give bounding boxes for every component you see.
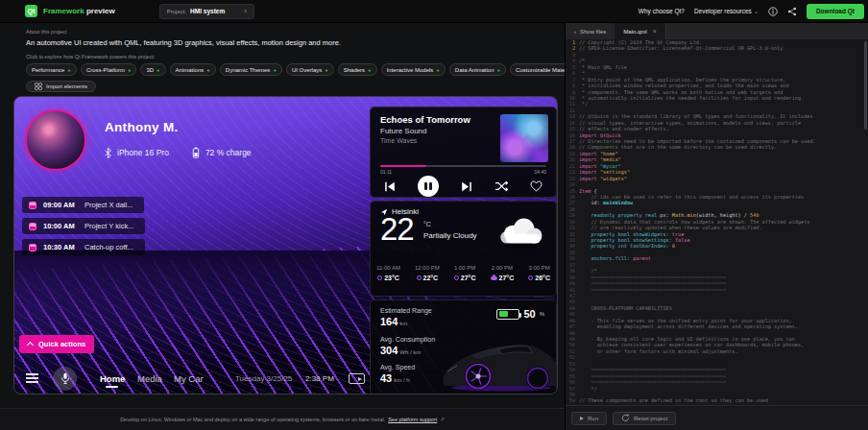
import-elements-button[interactable]: Import elements	[26, 81, 96, 92]
quick-actions-button[interactable]: Quick actions	[19, 335, 94, 353]
profile-name: Anthony M.	[105, 120, 179, 134]
calendar-item[interactable]: 09:00 AMProject X dail...	[22, 197, 144, 213]
project-name: HMI system	[190, 8, 225, 14]
nav-item-home[interactable]: Home	[100, 373, 125, 384]
footer-text: Develop on Linux, Windows or Mac and dep…	[120, 417, 385, 422]
calendar-icon	[29, 244, 36, 251]
tag-animations[interactable]: Animations+	[170, 63, 216, 76]
calendar-item[interactable]: 10:00 AMProject Y kick...	[22, 218, 145, 234]
display-cast-icon[interactable]	[349, 373, 365, 384]
track-artist: Future Sound	[380, 127, 426, 135]
sun-icon	[417, 275, 422, 280]
sun-icon	[377, 275, 382, 280]
developer-resources-link[interactable]: Developer resources⌄	[694, 8, 759, 14]
shuffle-button[interactable]	[494, 180, 508, 192]
consumption-value: 304Wh / km	[380, 345, 421, 356]
about-eyebrow: About this project	[26, 29, 565, 35]
speed-value: 43km / h	[380, 372, 410, 384]
pause-button[interactable]	[418, 176, 439, 197]
show-files-button[interactable]: ‹Show files	[566, 23, 615, 39]
sun-icon	[454, 275, 459, 280]
favorite-button[interactable]	[530, 180, 542, 192]
nav-date: Tuesday 3/25/25	[235, 374, 292, 383]
voice-assistant-button[interactable]	[53, 367, 77, 391]
external-link-icon: ↗	[440, 417, 445, 422]
heart-icon	[530, 180, 542, 192]
top-bar: Qt Framework preview Project: HMI system…	[0, 0, 868, 23]
chevron-up-icon	[27, 342, 34, 348]
music-controls	[371, 175, 556, 198]
footer-bar: Develop on Linux, Windows or Mac and dep…	[0, 408, 565, 430]
code-line: 59// These components are defined in the…	[566, 397, 868, 403]
nav-clock: 2:38 PM	[305, 374, 334, 383]
track-title: Echoes of Tomorrow	[380, 114, 470, 125]
code-area[interactable]: 1// Copyright (C) 2024 The Qt Company Lt…	[566, 39, 868, 405]
tag-3d[interactable]: 3D+	[140, 63, 165, 76]
temperature-unit: °C	[423, 221, 431, 227]
platform-support-link[interactable]: See platform support	[388, 417, 437, 422]
range-value: 164km	[380, 316, 407, 327]
editor-button-bar: Run Reset project	[566, 405, 868, 430]
chevron-down-icon: ⌄	[754, 8, 759, 14]
brand-secondary: preview	[86, 7, 115, 15]
previous-track-button[interactable]	[384, 181, 396, 192]
bluetooth-icon	[105, 148, 111, 158]
download-qt-button[interactable]: Download Qt	[807, 4, 864, 19]
chevron-left-icon: ‹	[574, 29, 576, 35]
tag-dynamic-themes[interactable]: Dynamic Themes+	[220, 63, 282, 76]
info-icon[interactable]	[768, 7, 778, 16]
cloud-icon	[494, 213, 546, 253]
consumption-label: Avg. Consumption	[380, 336, 435, 343]
feature-tags: Performance+Cross-Platform+3D+Animations…	[26, 63, 565, 76]
why-choose-qt-link[interactable]: Why choose Qt?	[639, 8, 685, 14]
calendar-item[interactable]: 10:30 AMCatch-up coff...	[22, 239, 145, 255]
car-stats-card: Estimated Range 164km 50 % Avg. Consumpt…	[370, 299, 557, 394]
qt-logo-icon: Qt	[25, 5, 37, 17]
editor-scrollbar[interactable]	[864, 41, 867, 130]
forecast-column: 2:00 PM27°C	[491, 265, 515, 281]
battery-fill	[499, 311, 509, 317]
close-icon[interactable]: ×	[653, 28, 657, 35]
avatar	[25, 109, 86, 171]
run-button[interactable]: Run	[571, 412, 607, 425]
tag-performance[interactable]: Performance+	[26, 63, 77, 76]
editor-tab-bar: ‹Show files Main.qml×	[566, 23, 868, 39]
skip-forward-icon	[461, 181, 472, 192]
car-battery-icon	[496, 309, 519, 320]
project-selector[interactable]: Project: HMI system ›	[159, 4, 254, 19]
forecast-row: 11:00 AM23°C12:00 PM22°C1:00 PM27°C2:00 …	[376, 265, 550, 281]
tag-shaders[interactable]: Shaders+	[338, 63, 377, 76]
calendar-list: 09:00 AMProject X dail...10:00 AMProject…	[22, 197, 145, 255]
music-player-card: Echoes of Tomorrow Future Sound Time Wav…	[370, 107, 557, 198]
music-progress-bar[interactable]	[380, 165, 546, 167]
nav-item-media[interactable]: Media	[137, 373, 162, 384]
reset-icon	[621, 414, 630, 422]
nav-active-underline	[106, 386, 118, 388]
battery-percent: 50	[523, 308, 535, 320]
play-icon	[580, 417, 584, 420]
widget-column: Echoes of Tomorrow Future Sound Time Wav…	[370, 107, 557, 394]
hmi-dashboard-preview: Anthony M. iPhone 16 Pro 72 % charge 09:…	[13, 96, 558, 394]
share-icon[interactable]	[787, 7, 797, 16]
tag-ui-overlays[interactable]: UI Overlays+	[286, 63, 334, 76]
menu-icon[interactable]	[26, 373, 38, 383]
nav-item-mycar[interactable]: My Car	[174, 373, 204, 384]
next-track-button[interactable]	[461, 181, 472, 192]
music-progress-fill	[380, 165, 426, 167]
tab-main-qml[interactable]: Main.qml×	[615, 23, 665, 39]
weather-card: Helsinki 22 °C Partially Cloudy 11:00 AM…	[370, 201, 557, 297]
phone-battery-label: 72 % charge	[205, 148, 252, 157]
top-right-actions: Why choose Qt? Developer resources⌄ Down…	[639, 4, 864, 19]
tag-interactive-models[interactable]: Interactive Models+	[381, 63, 446, 76]
about-section: About this project An automotive UI crea…	[0, 23, 565, 76]
tag-data-animation[interactable]: Data Animation+	[449, 63, 506, 76]
reset-project-button[interactable]: Reset project	[613, 412, 676, 425]
forecast-column: 3:00 PM26°C	[528, 265, 550, 281]
microphone-icon	[60, 372, 70, 385]
track-album: Time Waves	[380, 137, 417, 144]
skip-back-icon	[384, 181, 396, 192]
current-temperature: 22	[380, 211, 414, 248]
tag-cross-platform[interactable]: Cross-Platform+	[81, 63, 137, 76]
shuffle-icon	[494, 180, 508, 192]
range-label: Estimated Range	[380, 307, 432, 314]
